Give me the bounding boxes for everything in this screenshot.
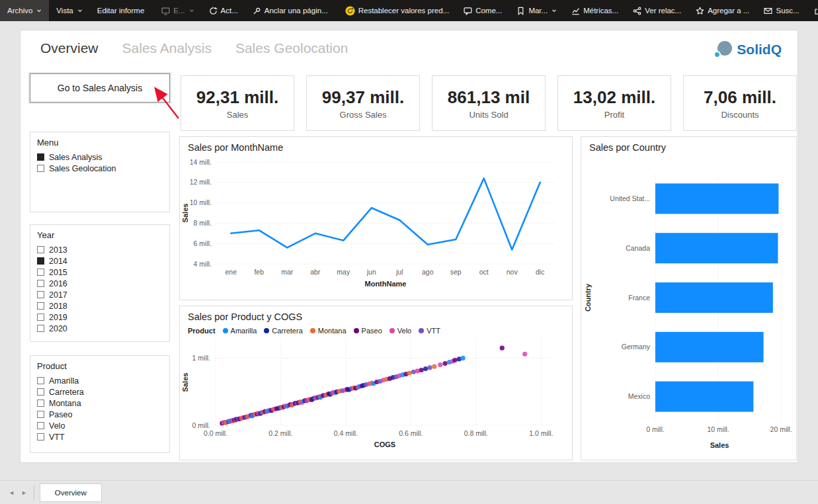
kpi-card-profit: 13,02 mill.Profit xyxy=(557,75,671,131)
legend-item-paseo[interactable]: Paseo xyxy=(354,327,382,335)
line-chart-svg[interactable]: 4 mill.6 mill.8 mill.10 mill.12 mill.14 … xyxy=(180,154,561,292)
svg-text:oct: oct xyxy=(479,268,489,276)
slicer-option-sales-geolocation[interactable]: Sales Geolocation xyxy=(37,163,163,174)
slicer-option-label: Paseo xyxy=(49,410,72,419)
checkbox-velo[interactable] xyxy=(37,422,44,429)
toolbar-item-suscribirse[interactable]: Susc... xyxy=(757,0,806,21)
slicer-option-amarilla[interactable]: Amarilla xyxy=(37,375,163,386)
svg-text:0.2 mill.: 0.2 mill. xyxy=(268,429,292,437)
toolbar-item-agregar-a[interactable]: Agregar a ... xyxy=(688,0,757,21)
annotation-arrow xyxy=(149,81,184,122)
scatter-chart-svg[interactable]: 0.0 mill.0.2 mill.0.4 mill.0.6 mill.0.8 … xyxy=(180,335,561,452)
svg-text:0 mill.: 0 mill. xyxy=(192,421,210,429)
svg-text:12 mill.: 12 mill. xyxy=(190,178,212,186)
slicer-option-label: 2015 xyxy=(49,268,67,277)
checkbox-carretera[interactable] xyxy=(37,388,44,396)
kpi-value: 92,31 mill. xyxy=(196,87,278,108)
toolbar-item-label: Anclar una págin... xyxy=(265,7,328,15)
toolbar-item-actualizar[interactable]: Act... xyxy=(202,0,245,21)
slicer-option-vtt[interactable]: VTT xyxy=(37,431,163,442)
refresh-icon xyxy=(209,7,218,15)
svg-text:Sales: Sales xyxy=(710,441,729,449)
slicer-option-2017[interactable]: 2017 xyxy=(37,289,163,300)
kpi-card-row: 92,31 mill.Sales99,37 mill.Gross Sales86… xyxy=(181,75,797,131)
toolbar-item-metricas[interactable]: Métricas... xyxy=(564,0,626,21)
report-page-tab-overview[interactable]: Overview xyxy=(40,40,99,56)
slicer-option-2014[interactable]: 2014 xyxy=(37,255,163,267)
slicer-option-2019[interactable]: 2019 xyxy=(37,312,163,323)
prev-page-arrow[interactable]: ◄ xyxy=(5,489,18,496)
checkbox-2014[interactable] xyxy=(37,257,44,265)
bar-germany[interactable] xyxy=(655,332,764,362)
legend-item-carretera[interactable]: Carretera xyxy=(264,327,302,335)
svg-text:ene: ene xyxy=(225,268,237,276)
checkbox-amarilla[interactable] xyxy=(37,377,44,384)
slicer-option-sales-analysis[interactable]: Sales Analysis xyxy=(37,151,163,163)
checkbox-2017[interactable] xyxy=(37,291,44,298)
report-canvas: OverviewSales AnalysisSales Geolocation … xyxy=(20,30,798,463)
slicer-option-2018[interactable]: 2018 xyxy=(37,300,163,312)
bar-united-stat[interactable] xyxy=(655,183,778,214)
bar-canada[interactable] xyxy=(655,233,778,263)
toolbar-item-marcadores[interactable]: Mar... xyxy=(509,0,564,21)
legend-item-velo[interactable]: Velo xyxy=(389,327,411,335)
toolbar-item-label: Come... xyxy=(475,7,502,15)
legend-label: Amarilla xyxy=(231,327,257,335)
scatter-chart-title: Sales por Product y COGS xyxy=(180,306,572,323)
checkbox-2013[interactable] xyxy=(37,246,44,253)
legend-dot xyxy=(223,328,228,333)
checkbox-2019[interactable] xyxy=(37,314,44,321)
next-page-arrow[interactable]: ► xyxy=(18,489,30,496)
toolbar-item-vista[interactable]: Vista xyxy=(49,0,89,21)
bar-france[interactable] xyxy=(655,282,773,313)
checkbox-sales-analysis[interactable] xyxy=(37,153,44,161)
slicer-option-2015[interactable]: 2015 xyxy=(37,267,163,278)
svg-text:mar: mar xyxy=(281,268,294,276)
toolbar-item-compartir[interactable]: Co... xyxy=(807,0,818,21)
report-page-tab-sales-geolocation[interactable]: Sales Geolocation xyxy=(235,40,348,56)
slicer-option-velo[interactable]: Velo xyxy=(37,420,163,431)
toolbar-item-ver-relaciones[interactable]: Ver relac... xyxy=(626,0,688,21)
share-icon xyxy=(814,7,818,15)
toolbar-item-anclar-pagina[interactable]: Anclar una págin... xyxy=(245,0,335,21)
svg-text:0 mill.: 0 mill. xyxy=(646,425,664,433)
checkbox-2016[interactable] xyxy=(37,280,44,287)
slicer-option-2013[interactable]: 2013 xyxy=(37,244,163,255)
slicer-title: Menu xyxy=(37,138,163,147)
toolbar-item-comentarios[interactable]: Come... xyxy=(456,0,509,21)
toolbar-item-archivo[interactable]: Archivo xyxy=(0,0,49,21)
kpi-label: Profit xyxy=(604,110,624,120)
toolbar-item-restablecer[interactable]: Restablecer valores pred... xyxy=(338,0,456,21)
slicer-option-paseo[interactable]: Paseo xyxy=(37,409,163,420)
metrics-icon xyxy=(571,7,580,15)
page-tab-overview[interactable]: Overview xyxy=(40,483,102,502)
checkbox-vtt[interactable] xyxy=(37,433,44,441)
checkbox-2015[interactable] xyxy=(37,269,44,276)
svg-text:6 mill.: 6 mill. xyxy=(194,239,212,247)
slicer-option-2020[interactable]: 2020 xyxy=(37,323,163,334)
report-page-tab-sales-analysis[interactable]: Sales Analysis xyxy=(122,40,212,56)
legend-item-montana[interactable]: Montana xyxy=(310,327,347,335)
bar-mexico[interactable] xyxy=(655,382,753,412)
toolbar-item-editar-informe[interactable]: Editar informe xyxy=(90,0,152,21)
checkbox-2020[interactable] xyxy=(37,325,44,332)
page-tab-bar: ◄ ► Overview xyxy=(0,480,818,504)
toolbar-item-label: Vista xyxy=(56,7,73,15)
checkbox-montana[interactable] xyxy=(37,399,44,407)
slicer-option-montana[interactable]: Montana xyxy=(37,398,163,409)
slicer-option-label: Montana xyxy=(49,399,81,408)
toolbar-item-explorar[interactable]: E... xyxy=(154,0,201,21)
checkbox-sales-geolocation[interactable] xyxy=(37,165,44,172)
slicer-option-2016[interactable]: 2016 xyxy=(37,278,163,289)
solidq-logo-icon xyxy=(714,41,732,58)
kpi-card-sales: 92,31 mill.Sales xyxy=(181,75,294,131)
checkbox-paseo[interactable] xyxy=(37,411,44,418)
legend-item-vtt[interactable]: VTT xyxy=(419,327,440,335)
explore-icon xyxy=(161,7,170,15)
legend-item-amarilla[interactable]: Amarilla xyxy=(223,327,257,335)
slicer-option-carretera[interactable]: Carretera xyxy=(37,386,163,398)
bar-chart-svg[interactable]: 0 mill.10 mill.20 mill.United Stat...Can… xyxy=(581,154,794,453)
legend-dot xyxy=(310,328,315,333)
legend-dot xyxy=(354,328,359,333)
checkbox-2018[interactable] xyxy=(37,302,44,310)
